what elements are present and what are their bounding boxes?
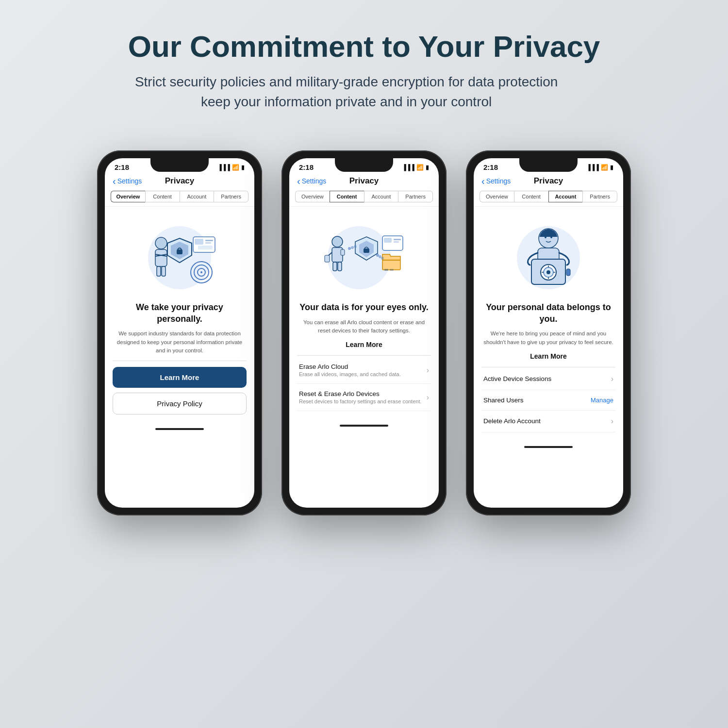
battery-icon-2: ▮ (426, 164, 429, 171)
status-time-2: 2:18 (299, 163, 314, 171)
illustration-1 (113, 216, 247, 294)
list-item-delete-account[interactable]: Delete Arlo Account › (481, 411, 615, 432)
nav-bar-3: Settings Privacy (474, 173, 623, 189)
svg-point-30 (348, 247, 351, 250)
back-button-2[interactable]: Settings (297, 176, 326, 186)
divider-2a (297, 355, 431, 356)
svg-point-1 (155, 237, 167, 249)
notch-3 (519, 158, 578, 172)
delete-account-title: Delete Arlo Account (483, 417, 541, 425)
tab-overview-2[interactable]: Overview (295, 191, 330, 202)
phone-3-heading: Your personal data belongs to you. (481, 302, 615, 325)
svg-rect-25 (333, 262, 337, 271)
illustration-2 (297, 216, 431, 294)
tab-partners-1[interactable]: Partners (214, 191, 248, 202)
phone-1-heading: We take your privacy personally. (113, 302, 247, 325)
tab-account-1[interactable]: Account (180, 191, 214, 202)
svg-rect-23 (325, 255, 330, 262)
learn-more-button-1[interactable]: Learn More (113, 367, 247, 388)
list-item-erase-cloud[interactable]: Erase Arlo Cloud Erase all videos, image… (297, 357, 431, 384)
tab-overview-3[interactable]: Overview (480, 191, 514, 202)
list-item-reset-devices[interactable]: Reset & Erase Arlo Devices Reset devices… (297, 384, 431, 411)
nav-bar-2: Settings Privacy (289, 173, 439, 189)
status-time-3: 2:18 (483, 163, 498, 171)
back-button-3[interactable]: Settings (481, 176, 511, 186)
svg-point-42 (381, 257, 384, 260)
svg-rect-2 (155, 249, 167, 266)
svg-rect-11 (195, 239, 203, 245)
svg-rect-14 (198, 246, 213, 249)
erase-cloud-subtitle: Erase all videos, images, and cached dat… (299, 371, 401, 377)
nav-bar-1: Settings Privacy (105, 173, 254, 189)
tab-overview-1[interactable]: Overview (111, 191, 145, 202)
screen-content-3: Your personal data belongs to you. We're… (474, 207, 623, 440)
phone-3-screen: 2:18 ▐▐▐ 📶 ▮ Settings Privacy Overview C… (474, 158, 623, 508)
tab-account-3[interactable]: Account (548, 191, 583, 202)
signal-icon: ▐▐▐ (217, 164, 230, 171)
home-indicator-2 (289, 419, 439, 430)
chevron-icon-erase-cloud: › (427, 366, 429, 375)
wifi-icon-3: 📶 (601, 164, 608, 171)
svg-rect-9 (177, 249, 182, 254)
tabs-2: Overview Content Account Partners (289, 189, 439, 207)
svg-point-40 (376, 254, 379, 257)
tab-content-2[interactable]: Content (330, 191, 364, 202)
phone-3: 2:18 ▐▐▐ 📶 ▮ Settings Privacy Overview C… (466, 150, 631, 515)
signal-icon-2: ▐▐▐ (402, 164, 414, 171)
chevron-icon-delete-account: › (611, 417, 613, 426)
svg-rect-36 (394, 241, 399, 243)
tab-account-2[interactable]: Account (364, 191, 398, 202)
svg-rect-12 (205, 240, 213, 241)
battery-icon: ▮ (241, 164, 245, 171)
svg-point-41 (379, 255, 381, 258)
svg-rect-13 (205, 242, 211, 244)
tabs-3: Overview Content Account Partners (474, 189, 623, 207)
reset-devices-subtitle: Reset devices to factory settings and er… (299, 398, 422, 404)
divider-1 (113, 361, 247, 361)
tab-partners-3[interactable]: Partners (582, 191, 617, 202)
signal-icon-3: ▐▐▐ (586, 164, 599, 171)
tab-content-3[interactable]: Content (514, 191, 548, 202)
divider-3a (481, 367, 615, 367)
page-header: Our Commitment to Your Privacy Strict se… (128, 29, 600, 112)
tab-partners-2[interactable]: Partners (398, 191, 433, 202)
svg-rect-24 (341, 249, 345, 255)
svg-rect-29 (364, 248, 369, 253)
nav-title-1: Privacy (165, 176, 195, 186)
phone-1-screen: 2:18 ▐▐▐ 📶 ▮ Settings Privacy Overview C… (105, 158, 254, 508)
list-item-active-sessions[interactable]: Active Device Sessions › (481, 368, 615, 390)
wifi-icon: 📶 (232, 164, 239, 171)
phone-3-subtext: We're here to bring you peace of mind an… (481, 330, 615, 347)
svg-point-18 (200, 271, 202, 273)
list-item-shared-users[interactable]: Shared Users Manage (481, 390, 615, 411)
wifi-icon-2: 📶 (416, 164, 424, 171)
chevron-icon-reset-devices: › (427, 393, 429, 402)
home-indicator-3 (474, 440, 623, 451)
tabs-1: Overview Content Account Partners (105, 189, 254, 207)
screen-content-2: Your data is for your eyes only. You can… (289, 207, 439, 419)
shared-users-title: Shared Users (483, 397, 524, 404)
learn-more-link-2[interactable]: Learn More (297, 341, 431, 348)
phone-2: 2:18 ▐▐▐ 📶 ▮ Settings Privacy Overview C… (281, 150, 447, 515)
tab-content-1[interactable]: Content (145, 191, 180, 202)
notch-1 (150, 158, 209, 172)
phone-2-heading: Your data is for your eyes only. (297, 302, 431, 313)
svg-point-51 (546, 270, 550, 274)
nav-title-3: Privacy (534, 176, 563, 186)
back-button-1[interactable]: Settings (113, 176, 142, 186)
svg-point-32 (354, 245, 357, 248)
svg-rect-37 (382, 260, 400, 270)
svg-rect-39 (390, 269, 394, 271)
chevron-icon-sessions: › (611, 375, 613, 383)
home-indicator-1 (105, 422, 254, 433)
svg-rect-34 (384, 238, 392, 243)
learn-more-link-3[interactable]: Learn More (481, 352, 615, 360)
svg-rect-38 (384, 269, 388, 271)
manage-link-shared-users[interactable]: Manage (591, 397, 613, 404)
status-icons-1: ▐▐▐ 📶 ▮ (217, 164, 245, 171)
phone-2-screen: 2:18 ▐▐▐ 📶 ▮ Settings Privacy Overview C… (289, 158, 439, 508)
svg-point-20 (332, 236, 343, 247)
screen-content-1: We take your privacy personally. We supp… (105, 207, 254, 422)
privacy-policy-button-1[interactable]: Privacy Policy (113, 393, 247, 414)
notch-2 (335, 158, 393, 172)
